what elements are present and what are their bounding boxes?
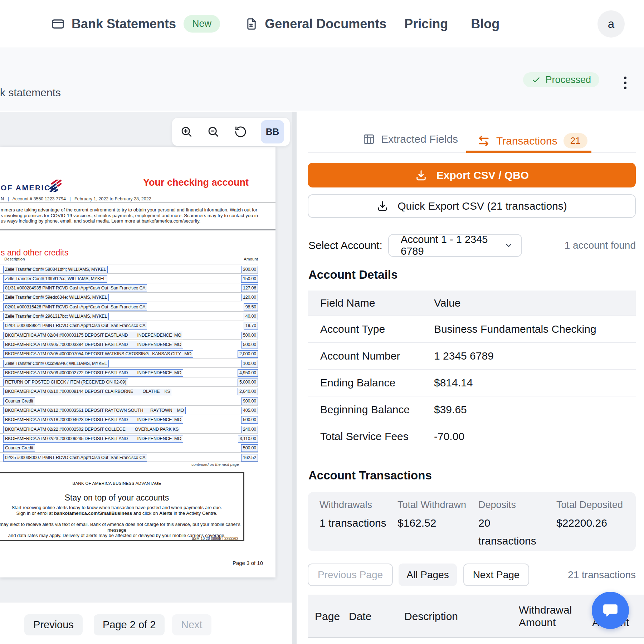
check-icon [531,75,541,84]
summary-stat: Withdrawals1 transactions [319,499,391,532]
statement-description-highlight[interactable]: BKOFAMERICA ATM 02/09 #000002722 DEPOSIT… [3,369,183,377]
statement-description-highlight[interactable]: BKOFAMERICA ATM 02/12 #000003561 DEPOSIT… [3,407,186,414]
statement-account-line: N | Account # 3550 1223 7794 | February … [1,196,151,201]
statement-amount-highlight[interactable]: 5,000.00 [238,379,258,386]
statement-amount-highlight[interactable]: 900.00 [241,397,258,405]
statement-description-highlight[interactable]: Zelle Transfer Conf# 2961317bc; WILLIAMS… [3,313,109,320]
export-csv-qbo-button[interactable]: Export CSV / QBO [308,163,636,187]
details-field-name: Beginning Balance [308,404,434,416]
statement-description-highlight[interactable]: Zelle Transfer Conf# 0ccd96946; WILLIAMS… [3,360,109,367]
statement-description-highlight[interactable]: Counter Credit [3,397,35,405]
rotate-button[interactable] [234,125,247,139]
statement-amount-highlight[interactable]: 162.52 [241,454,258,462]
statement-description-highlight[interactable]: BKOFAMERICA ATM 02/04 #000003175 DEPOSIT… [3,332,183,339]
account-select-dropdown[interactable]: Account 1 - 1 2345 6789 [388,234,522,257]
statement-row-separator [0,415,258,415]
statement-description-highlight[interactable]: RETURN OF POSTED CHECK / ITEM (RECEIVED … [3,379,128,386]
statement-description-highlight[interactable]: BKOFAMERICA ATM 02/05 #000003384 DEPOSIT… [3,341,183,348]
statement-amount-highlight[interactable]: 98.50 [244,303,258,311]
next-button[interactable]: Next [172,614,211,635]
status-badge: Processed [523,72,599,87]
summary-stat: Deposits20 transactions [478,499,546,550]
nav-bank-statements[interactable]: Bank Statements [51,16,176,31]
transactions-column-header: Withdrawal Amount [519,604,581,629]
statement-amount-highlight[interactable]: 500.00 [241,416,258,424]
statement-description-highlight[interactable]: BKOFAMERICA ATM 02/23 #000006235 DEPOSIT… [3,435,183,443]
statement-description-highlight[interactable]: 02/25 #000380007 PMNT RCVD Cash App*Cash… [3,454,147,462]
statement-description-highlight[interactable]: BKOFAMERICA ATM 02/10 #000008144 DEPOSIT… [3,388,172,395]
statement-description-highlight[interactable]: BKOFAMERICA ATM 02/22 #000002502 DEPOSIT… [3,426,180,433]
tab-transactions-label: Transactions [496,135,557,147]
avatar[interactable]: a [597,10,625,38]
details-table-header-row: Field NameValue [308,291,636,316]
statement-amount-highlight[interactable]: 240.00 [241,426,258,433]
subheader: k statements Processed [0,48,644,111]
statement-amount-highlight[interactable]: 120.00 [241,294,258,301]
statement-description-highlight[interactable]: 02/01 #000389821 PMNT RCVD Cash App*Cash… [3,322,147,330]
zoom-out-button[interactable] [207,125,220,139]
quick-export-csv-button[interactable]: Quick Export CSV (21 transactions) [308,194,636,218]
accounts-found-label: 1 account found [565,234,636,257]
page-indicator[interactable]: Page 2 of 2 [94,614,165,635]
previous-button[interactable]: Previous [24,614,83,635]
statement-amount-highlight[interactable]: 127.06 [241,284,258,292]
statement-row-separator [0,302,258,302]
kebab-menu-icon[interactable] [624,77,626,89]
chat-widget-button[interactable] [592,592,629,629]
statement-amount-highlight[interactable]: 500.00 [241,332,258,339]
download-icon [376,200,389,212]
download-icon [415,169,428,182]
summary-stat-value: 20 transactions [478,514,546,550]
statement-amount-highlight[interactable]: 405.00 [241,407,258,414]
account-transactions-heading: Account Transactions [308,469,432,482]
summary-stat: Total Withdrawn$162.52 [397,499,473,532]
statement-amount-highlight[interactable]: 300.00 [241,266,258,273]
details-field-name: Total Service Fees [308,430,434,443]
new-badge: New [184,15,220,33]
summary-stat-label: Withdrawals [319,499,391,511]
statement-description-highlight[interactable]: BKOFAMERICA ATM 02/18 #000004623 DEPOSIT… [3,416,183,424]
statement-amount-highlight[interactable]: 3,110.00 [238,435,258,443]
promo-eyebrow: BANK OF AMERICA BUSINESS ADVANTAGE [0,481,243,486]
statement-amount-highlight[interactable]: 500.00 [241,341,258,348]
statement-description-highlight[interactable]: 01/31 #000284935 PMNT RCVD Cash App*Cash… [3,284,147,292]
statement-description-highlight[interactable]: Zelle Transfer Conf# 59edc634e; WILLIAMS… [3,294,109,301]
tab-transactions[interactable]: Transactions 21 [477,133,587,148]
panel-resize-handle[interactable] [292,112,297,644]
statement-amount-highlight[interactable]: 40.00 [244,313,258,320]
statement-amount-highlight[interactable]: 150.00 [241,275,258,283]
nav-general-documents[interactable]: General Documents [245,16,386,31]
statement-row-separator [0,443,258,443]
all-pages-button[interactable]: All Pages [399,564,457,586]
statement-amount-highlight[interactable]: 500.00 [241,444,258,452]
nav-blog[interactable]: Blog [471,16,499,31]
statement-amount-highlight[interactable]: 100.00 [241,360,258,367]
statement-row-separator [0,377,258,377]
next-page-button[interactable]: Next Page [463,564,529,586]
nav-pricing[interactable]: Pricing [404,16,448,31]
statement-description-highlight[interactable]: Zelle Transfer Conf# 13fb912cc; WILLIAMS… [3,275,107,283]
details-field-value: $814.14 [434,377,636,389]
active-tab-underline [466,151,591,153]
table-icon [363,133,375,145]
statement-amount-highlight[interactable]: 19.70 [244,322,258,330]
previous-page-button[interactable]: Previous Page [308,564,393,586]
statement-row-separator [0,339,258,340]
statement-amount-highlight[interactable]: 4,950.00 [238,369,258,377]
statement-description-highlight[interactable]: BKOFAMERICA ATM 02/05 #000007054 DEPOSIT… [3,350,193,358]
bb-toggle-button[interactable]: BB [261,120,284,143]
statement-amount-highlight[interactable]: 2,640.00 [238,388,258,395]
tab-extracted-fields[interactable]: Extracted Fields [363,133,458,145]
transactions-count-badge: 21 [564,133,587,148]
statement-description-highlight[interactable]: 02/01 #000315426 PMNT RCVD Cash App*Cash… [3,303,147,311]
swap-arrows-icon [477,135,490,147]
statement-description-highlight[interactable]: Counter Credit [3,444,35,452]
statement-description-highlight[interactable]: Zelle Transfer Conf# 580341df4; WILLIAMS… [3,266,108,273]
details-table-row: Account TypeBusiness Fundamentals Checki… [308,316,636,342]
statement-row-separator [0,424,258,424]
transactions-column-header: Page [315,610,347,623]
statement-amount-highlight[interactable]: 2,000.00 [238,350,258,358]
statement-row-separator [0,292,258,293]
zoom-in-button[interactable] [180,125,193,139]
statement-row-separator [0,405,258,406]
